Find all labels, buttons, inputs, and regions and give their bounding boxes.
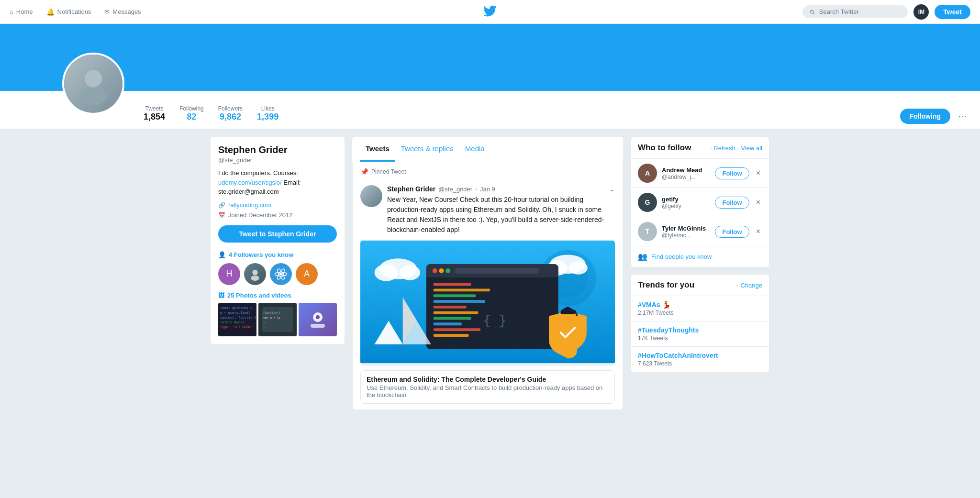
tweet-card-pinned: Pinned Tweet Stephen Grider @ste_grider … (352, 162, 623, 410)
likes-value: 1,399 (257, 112, 278, 122)
bio-link[interactable]: udemy.com/user/sgslo/ (218, 179, 282, 186)
center-feed: Tweets Tweets & replies Media Pinned Twe… (352, 137, 623, 410)
svg-rect-38 (434, 283, 471, 286)
tab-replies[interactable]: Tweets & replies (395, 137, 459, 162)
person-icon (218, 251, 226, 258)
follow-button-3[interactable]: Follow (715, 226, 749, 238)
svg-text:...: ... (494, 323, 504, 330)
dismiss-suggestion-2[interactable]: × (754, 198, 762, 207)
website-link[interactable]: rallycoding.com (228, 201, 271, 209)
follow-info-1: Andrew Mead @andrew_j... (662, 166, 710, 180)
twitter-logo[interactable] (483, 4, 497, 19)
nav-right: IM Tweet (497, 4, 970, 20)
photo-thumb-2[interactable]: function() { var x = 1; } (258, 303, 297, 336)
tweet-body: Stephen Grider @ste_grider · Jan 9 ⌄ New… (387, 185, 615, 240)
link-card-title: Ethereum and Solidity: The Complete Deve… (361, 371, 614, 384)
calendar-icon (218, 211, 225, 219)
follower-avatar-2[interactable] (244, 263, 266, 285)
pin-icon (360, 168, 368, 176)
tab-media[interactable]: Media (459, 137, 490, 162)
view-all-button[interactable]: View all (741, 144, 762, 152)
following-stat[interactable]: Following 82 (179, 105, 204, 122)
profile-meta: rallycoding.com Joined December 2012 (218, 201, 337, 219)
tweet-link-card[interactable]: Ethereum and Solidity: The Complete Deve… (360, 370, 615, 404)
refresh-button[interactable]: Refresh (713, 144, 735, 152)
trends-actions: · Change (737, 282, 762, 289)
photos-section: 25 Photos and videos const getBooks = q … (218, 292, 337, 336)
svg-rect-37 (455, 268, 539, 274)
follow-avatar-3: T (638, 222, 657, 241)
followers-you-know: 4 Followers you know H (218, 251, 337, 285)
followers-value: 9,862 (220, 112, 241, 122)
svg-point-2 (252, 269, 257, 275)
tweet-tabs: Tweets Tweets & replies Media (352, 137, 623, 162)
tweet-content: Stephen Grider @ste_grider · Jan 9 ⌄ New… (353, 179, 623, 409)
follower-avatar-1[interactable]: H (218, 263, 240, 285)
user-avatar-button[interactable]: IM (913, 4, 929, 20)
dismiss-suggestion-3[interactable]: × (754, 227, 762, 236)
tweets-stat[interactable]: Tweets 1,854 (144, 105, 165, 122)
follow-info-2: getify @getify (662, 196, 710, 210)
more-options-button[interactable]: ⋯ (954, 109, 970, 123)
profile-name: Stephen Grider (218, 144, 337, 155)
likes-stat[interactable]: Likes 1,399 (257, 105, 278, 122)
follow-handle-3: @tylermc... (662, 232, 710, 239)
trend-name-1: #VMAs 💃 (638, 301, 762, 309)
follower-avatar-3[interactable] (270, 263, 292, 285)
navigation: Home Notifications Messages IM Tweet (0, 0, 980, 24)
tweet-to-button[interactable]: Tweet to Stephen Grider (218, 225, 337, 243)
trends-title: Trends for you (638, 280, 737, 290)
mail-icon (104, 8, 110, 15)
nav-notifications-label: Notifications (57, 8, 91, 15)
svg-rect-43 (434, 311, 479, 314)
svg-point-30 (568, 261, 587, 275)
svg-rect-42 (434, 306, 467, 309)
svg-rect-44 (434, 317, 471, 320)
tweet-author-name: Stephen Grider (387, 185, 435, 193)
follow-suggestion-1: A Andrew Mead @andrew_j... Follow × (631, 159, 769, 188)
home-icon (10, 8, 13, 15)
follow-button-1[interactable]: Follow (715, 167, 749, 179)
trends-change-button[interactable]: Change (740, 282, 762, 289)
profile-banner (0, 24, 980, 91)
nav-notifications[interactable]: Notifications (46, 8, 91, 16)
who-to-follow-header: Who to follow · Refresh · View all (631, 137, 769, 159)
nav-messages[interactable]: Messages (104, 8, 141, 15)
people-icon (638, 252, 647, 261)
follow-button-2[interactable]: Follow (715, 197, 749, 209)
search-input[interactable] (819, 8, 902, 15)
trends-widget: Trends for you · Change #VMAs 💃 2.17M Tw… (631, 274, 769, 372)
website-meta: rallycoding.com (218, 201, 337, 209)
dismiss-suggestion-1[interactable]: × (754, 169, 762, 177)
followers-stat[interactable]: Followers 9,862 (218, 105, 243, 122)
tweet-chevron-icon[interactable]: ⌄ (609, 185, 615, 193)
photo-thumb-1[interactable]: const getBooks = q = query.find( success… (218, 303, 256, 336)
tweet-text: New Year, New Course! Check out this 20-… (387, 195, 615, 235)
trend-item-3[interactable]: #HowToCatchAnIntrovert 7,623 Tweets (631, 347, 769, 372)
photos-grid: const getBooks = q = query.find( success… (218, 303, 337, 336)
profile-actions: Following ⋯ (900, 109, 970, 129)
profile-stats-bar: Tweets 1,854 Following 82 Followers 9,86… (0, 91, 980, 129)
svg-text:success: function(: success: function( (220, 316, 256, 320)
follower-avatar-4[interactable]: A (296, 263, 318, 285)
follow-info-3: Tyler McGinnis @tylermc... (662, 225, 710, 239)
following-button[interactable]: Following (900, 109, 950, 124)
follow-handle-1: @andrew_j... (662, 174, 710, 180)
trend-item-2[interactable]: #TuesdayThoughts 17K Tweets (631, 321, 769, 347)
svg-text:function() {: function() { (263, 311, 284, 314)
widget-actions: · Refresh · View all (710, 144, 762, 152)
find-people-link[interactable]: Find people you know (631, 246, 769, 267)
svg-point-4 (279, 273, 282, 276)
profile-stats: Tweets 1,854 Following 82 Followers 9,86… (0, 99, 900, 129)
follow-suggestion-2: G getify @getify Follow × (631, 188, 769, 217)
follow-suggestion-3: T Tyler McGinnis @tylermc... Follow × (631, 217, 769, 246)
photo-thumb-3[interactable] (299, 303, 337, 336)
likes-label: Likes (261, 105, 275, 112)
tweet-button[interactable]: Tweet (935, 5, 970, 19)
svg-text:type: 'SET_BOOK': type: 'SET_BOOK' (220, 325, 252, 329)
search-icon (809, 9, 815, 15)
svg-point-26 (375, 264, 398, 281)
tab-tweets[interactable]: Tweets (360, 137, 395, 162)
nav-home[interactable]: Home (10, 8, 33, 15)
trend-item-1[interactable]: #VMAs 💃 2.17M Tweets (631, 296, 769, 321)
